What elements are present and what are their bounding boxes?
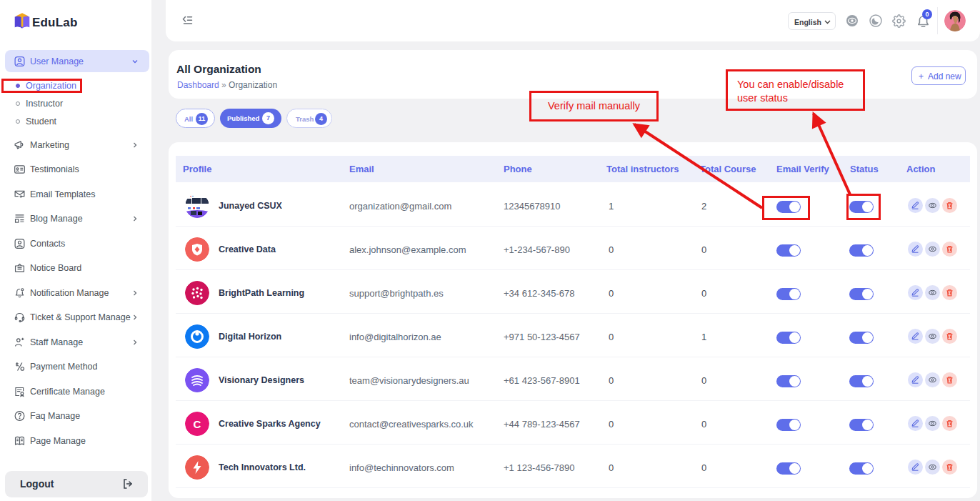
svg-text:C: C <box>194 418 201 430</box>
